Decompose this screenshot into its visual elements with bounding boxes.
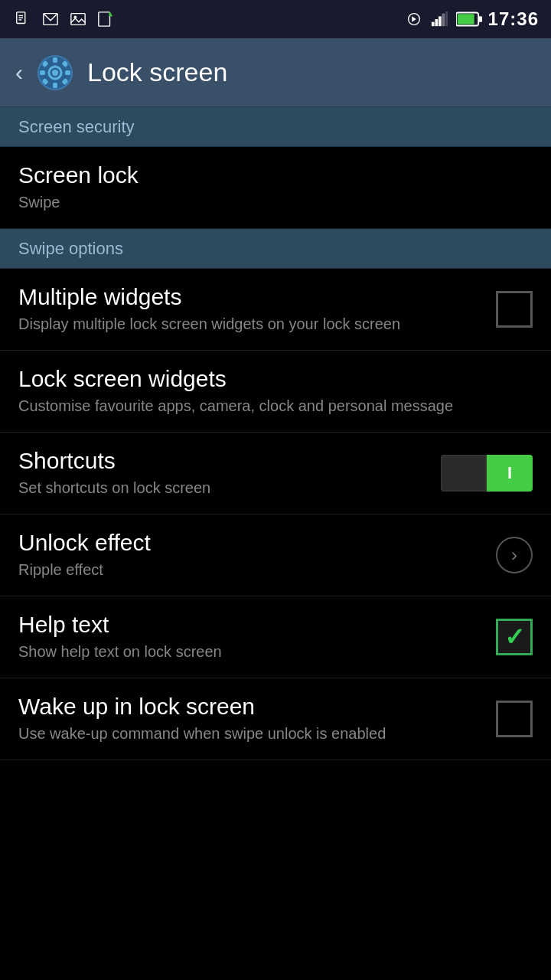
list-item-subtitle-screen-lock: Swipe <box>18 191 520 213</box>
list-item-shortcuts[interactable]: Shortcuts Set shortcuts on lock screen I <box>0 433 551 514</box>
page-title: Lock screen <box>87 57 227 87</box>
svg-rect-5 <box>71 14 85 25</box>
time-display: 17:36 <box>488 8 539 30</box>
list-item-multiple-widgets[interactable]: Multiple widgets Display multiple lock s… <box>0 269 551 351</box>
list-item-content-help-text: Help text Show help text on lock screen <box>18 612 496 662</box>
list-item-subtitle-unlock-effect: Ripple effect <box>18 559 484 580</box>
file-icon <box>12 11 34 28</box>
svg-rect-25 <box>40 70 45 75</box>
list-item-title-help-text: Help text <box>18 612 484 638</box>
gmail-icon <box>40 11 61 28</box>
gear-icon <box>37 54 73 91</box>
list-item-title-wake-up: Wake up in lock screen <box>18 694 484 720</box>
list-item-screen-lock[interactable]: Screen lock Swipe <box>0 147 551 229</box>
list-item-subtitle-lock-screen-widgets: Customise favourite apps, camera, clock … <box>18 395 520 416</box>
usb-icon <box>406 11 422 28</box>
signal-icon <box>429 11 450 28</box>
svg-rect-18 <box>478 16 482 21</box>
list-item-wake-up[interactable]: Wake up in lock screen Use wake-up comma… <box>0 678 551 760</box>
chevron-right-icon: › <box>511 544 517 566</box>
svg-rect-15 <box>442 14 445 26</box>
toggle-off-part <box>441 455 487 492</box>
list-item-help-text[interactable]: Help text Show help text on lock screen <box>0 596 551 678</box>
status-bar: 17:36 <box>0 0 551 38</box>
list-item-subtitle-multiple-widgets: Display multiple lock screen widgets on … <box>18 313 484 335</box>
svg-rect-7 <box>99 12 110 26</box>
list-item-subtitle-help-text: Show help text on lock screen <box>18 641 484 662</box>
wake-up-checkbox[interactable] <box>496 701 533 737</box>
battery-icon <box>456 11 482 28</box>
unlock-effect-chevron[interactable]: › <box>496 537 533 573</box>
back-button[interactable]: ‹ <box>15 60 23 86</box>
section-header-security: Screen security <box>0 107 551 147</box>
svg-rect-12 <box>432 22 435 26</box>
list-item-lock-screen-widgets[interactable]: Lock screen widgets Customise favourite … <box>0 351 551 433</box>
svg-rect-16 <box>445 11 448 26</box>
svg-marker-11 <box>412 16 416 21</box>
list-item-content-multiple-widgets: Multiple widgets Display multiple lock s… <box>18 284 496 335</box>
svg-rect-26 <box>65 70 70 75</box>
status-bar-left <box>12 11 116 28</box>
svg-rect-23 <box>53 57 57 63</box>
list-item-title-unlock-effect: Unlock effect <box>18 530 484 556</box>
list-item-content-wake-up: Wake up in lock screen Use wake-up comma… <box>18 694 496 744</box>
list-item-subtitle-wake-up: Use wake-up command when swipe unlock is… <box>18 723 484 744</box>
list-item-subtitle-shortcuts: Set shortcuts on lock screen <box>18 477 429 498</box>
list-item-title-multiple-widgets: Multiple widgets <box>18 284 484 310</box>
update-icon <box>95 11 116 28</box>
status-bar-right: 17:36 <box>406 8 539 30</box>
shortcuts-toggle[interactable]: I <box>441 455 533 492</box>
list-item-title-lock-screen-widgets: Lock screen widgets <box>18 366 520 392</box>
list-item-title-screen-lock: Screen lock <box>18 162 520 188</box>
multiple-widgets-checkbox[interactable] <box>496 291 533 328</box>
svg-rect-24 <box>53 83 57 88</box>
section-label-swipe: Swipe options <box>18 239 123 259</box>
toggle-on-part: I <box>487 455 533 492</box>
help-text-checkbox[interactable] <box>496 619 533 655</box>
list-item-content-shortcuts: Shortcuts Set shortcuts on lock screen <box>18 448 441 498</box>
image-icon <box>67 11 89 28</box>
section-label-security: Screen security <box>18 117 135 137</box>
svg-rect-13 <box>435 19 438 26</box>
svg-rect-14 <box>439 16 442 26</box>
list-item-title-shortcuts: Shortcuts <box>18 448 429 474</box>
list-item-content-screen-lock: Screen lock Swipe <box>18 162 533 213</box>
svg-rect-19 <box>457 14 474 24</box>
section-header-swipe: Swipe options <box>0 229 551 269</box>
list-item-unlock-effect[interactable]: Unlock effect Ripple effect › <box>0 514 551 596</box>
page-header: ‹ Lock screen <box>0 38 551 107</box>
list-item-content-lock-screen-widgets: Lock screen widgets Customise favourite … <box>18 366 533 416</box>
list-item-content-unlock-effect: Unlock effect Ripple effect <box>18 530 496 580</box>
svg-point-22 <box>52 70 58 76</box>
